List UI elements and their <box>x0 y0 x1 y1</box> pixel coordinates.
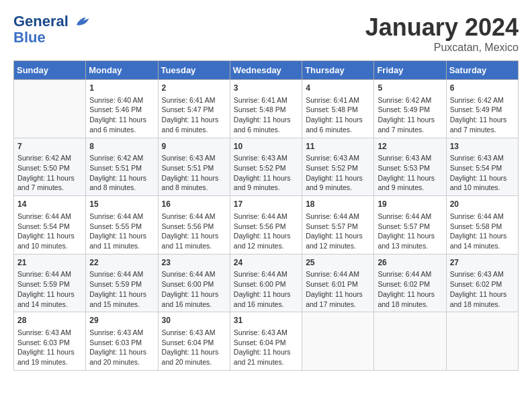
calendar-cell: 23Sunrise: 6:44 AMSunset: 6:00 PMDayligh… <box>158 254 230 312</box>
calendar-cell: 31Sunrise: 6:43 AMSunset: 6:04 PMDayligh… <box>230 312 302 371</box>
calendar-cell: 21Sunrise: 6:44 AMSunset: 5:59 PMDayligh… <box>14 254 86 312</box>
day-info: Sunrise: 6:44 AMSunset: 5:57 PMDaylight:… <box>306 212 370 251</box>
calendar-cell: 4Sunrise: 6:41 AMSunset: 5:48 PMDaylight… <box>302 80 374 138</box>
calendar-cell: 14Sunrise: 6:44 AMSunset: 5:54 PMDayligh… <box>14 196 86 255</box>
day-info: Sunrise: 6:42 AMSunset: 5:50 PMDaylight:… <box>17 153 82 193</box>
day-info: Sunrise: 6:43 AMSunset: 5:54 PMDaylight:… <box>450 153 515 193</box>
calendar-cell: 24Sunrise: 6:44 AMSunset: 6:00 PMDayligh… <box>230 254 302 312</box>
calendar-cell: 2Sunrise: 6:41 AMSunset: 5:47 PMDaylight… <box>158 80 230 138</box>
calendar-cell: 7Sunrise: 6:42 AMSunset: 5:50 PMDaylight… <box>14 138 86 196</box>
column-header-tuesday: Tuesday <box>158 61 230 80</box>
day-number: 27 <box>450 257 515 269</box>
day-info: Sunrise: 6:43 AMSunset: 5:51 PMDaylight:… <box>162 153 226 193</box>
day-info: Sunrise: 6:43 AMSunset: 5:52 PMDaylight:… <box>306 153 370 193</box>
day-number: 20 <box>450 199 515 210</box>
column-header-saturday: Saturday <box>446 61 518 80</box>
location: Puxcatan, Mexico <box>365 42 519 54</box>
day-info: Sunrise: 6:44 AMSunset: 5:59 PMDaylight:… <box>17 269 82 309</box>
day-number: 28 <box>17 315 82 326</box>
day-number: 7 <box>17 141 82 152</box>
day-number: 5 <box>378 83 442 94</box>
calendar-week-row: 28Sunrise: 6:43 AMSunset: 6:03 PMDayligh… <box>14 312 519 371</box>
calendar-cell: 8Sunrise: 6:42 AMSunset: 5:51 PMDaylight… <box>86 138 158 196</box>
day-info: Sunrise: 6:41 AMSunset: 5:47 PMDaylight:… <box>162 95 226 135</box>
calendar-cell: 18Sunrise: 6:44 AMSunset: 5:57 PMDayligh… <box>302 196 374 255</box>
day-info: Sunrise: 6:43 AMSunset: 6:04 PMDaylight:… <box>162 328 226 367</box>
day-number: 4 <box>306 83 370 94</box>
column-header-friday: Friday <box>374 61 446 80</box>
day-number: 10 <box>234 141 298 152</box>
day-info: Sunrise: 6:41 AMSunset: 5:48 PMDaylight:… <box>306 95 370 135</box>
calendar-week-row: 1Sunrise: 6:40 AMSunset: 5:46 PMDaylight… <box>14 80 519 138</box>
day-info: Sunrise: 6:44 AMSunset: 6:00 PMDaylight:… <box>234 269 298 309</box>
day-number: 29 <box>89 315 154 326</box>
day-number: 13 <box>450 141 515 152</box>
day-number: 18 <box>306 199 370 210</box>
day-number: 1 <box>89 83 154 94</box>
calendar-cell: 19Sunrise: 6:44 AMSunset: 5:57 PMDayligh… <box>374 196 446 255</box>
column-header-monday: Monday <box>86 61 158 80</box>
calendar-cell: 15Sunrise: 6:44 AMSunset: 5:55 PMDayligh… <box>86 196 158 255</box>
calendar-cell <box>446 312 518 371</box>
calendar-cell: 17Sunrise: 6:44 AMSunset: 5:56 PMDayligh… <box>230 196 302 255</box>
calendar-cell: 26Sunrise: 6:44 AMSunset: 6:02 PMDayligh… <box>374 254 446 312</box>
day-number: 14 <box>17 199 82 210</box>
page-header: General Blue January 2024 Puxcatan, Mexi… <box>13 13 519 54</box>
day-info: Sunrise: 6:41 AMSunset: 5:48 PMDaylight:… <box>234 95 298 135</box>
calendar-cell: 20Sunrise: 6:44 AMSunset: 5:58 PMDayligh… <box>446 196 518 255</box>
day-info: Sunrise: 6:42 AMSunset: 5:49 PMDaylight:… <box>450 95 515 135</box>
day-info: Sunrise: 6:44 AMSunset: 6:02 PMDaylight:… <box>378 269 442 309</box>
day-number: 19 <box>378 199 442 210</box>
day-info: Sunrise: 6:43 AMSunset: 5:53 PMDaylight:… <box>378 153 442 193</box>
day-number: 24 <box>234 257 298 269</box>
day-info: Sunrise: 6:43 AMSunset: 6:03 PMDaylight:… <box>17 328 82 367</box>
day-info: Sunrise: 6:43 AMSunset: 6:03 PMDaylight:… <box>89 328 154 367</box>
column-header-sunday: Sunday <box>14 61 86 80</box>
day-number: 15 <box>89 199 154 210</box>
day-info: Sunrise: 6:43 AMSunset: 6:02 PMDaylight:… <box>450 269 515 309</box>
day-number: 21 <box>17 257 82 269</box>
month-title: January 2024 <box>365 13 519 42</box>
day-info: Sunrise: 6:42 AMSunset: 5:49 PMDaylight:… <box>378 95 442 135</box>
day-info: Sunrise: 6:44 AMSunset: 5:56 PMDaylight:… <box>162 212 226 251</box>
calendar-cell: 25Sunrise: 6:44 AMSunset: 6:01 PMDayligh… <box>302 254 374 312</box>
day-info: Sunrise: 6:44 AMSunset: 5:59 PMDaylight:… <box>89 269 154 309</box>
calendar-week-row: 21Sunrise: 6:44 AMSunset: 5:59 PMDayligh… <box>14 254 519 312</box>
calendar-cell: 5Sunrise: 6:42 AMSunset: 5:49 PMDaylight… <box>374 80 446 138</box>
calendar-cell: 12Sunrise: 6:43 AMSunset: 5:53 PMDayligh… <box>374 138 446 196</box>
day-number: 17 <box>234 199 298 210</box>
calendar-cell: 30Sunrise: 6:43 AMSunset: 6:04 PMDayligh… <box>158 312 230 371</box>
day-number: 23 <box>162 257 226 269</box>
column-header-wednesday: Wednesday <box>230 61 302 80</box>
day-number: 6 <box>450 83 515 94</box>
day-number: 8 <box>89 141 154 152</box>
day-number: 30 <box>162 315 226 326</box>
calendar-cell: 11Sunrise: 6:43 AMSunset: 5:52 PMDayligh… <box>302 138 374 196</box>
day-number: 3 <box>234 83 298 94</box>
day-number: 12 <box>378 141 442 152</box>
logo: General Blue <box>13 13 90 45</box>
day-info: Sunrise: 6:43 AMSunset: 6:04 PMDaylight:… <box>234 328 298 367</box>
calendar-cell: 13Sunrise: 6:43 AMSunset: 5:54 PMDayligh… <box>446 138 518 196</box>
day-info: Sunrise: 6:44 AMSunset: 5:54 PMDaylight:… <box>17 212 82 251</box>
calendar-cell: 28Sunrise: 6:43 AMSunset: 6:03 PMDayligh… <box>14 312 86 371</box>
title-block: January 2024 Puxcatan, Mexico <box>365 13 519 54</box>
day-number: 9 <box>162 141 226 152</box>
day-number: 26 <box>378 257 442 269</box>
logo-text: General <box>13 13 90 30</box>
calendar-cell: 22Sunrise: 6:44 AMSunset: 5:59 PMDayligh… <box>86 254 158 312</box>
column-header-thursday: Thursday <box>302 61 374 80</box>
day-info: Sunrise: 6:40 AMSunset: 5:46 PMDaylight:… <box>89 95 154 135</box>
calendar-header-row: SundayMondayTuesdayWednesdayThursdayFrid… <box>14 61 519 80</box>
calendar-cell: 10Sunrise: 6:43 AMSunset: 5:52 PMDayligh… <box>230 138 302 196</box>
calendar-cell: 1Sunrise: 6:40 AMSunset: 5:46 PMDaylight… <box>86 80 158 138</box>
calendar-cell: 6Sunrise: 6:42 AMSunset: 5:49 PMDaylight… <box>446 80 518 138</box>
day-info: Sunrise: 6:44 AMSunset: 5:56 PMDaylight:… <box>234 212 298 251</box>
day-info: Sunrise: 6:44 AMSunset: 5:55 PMDaylight:… <box>89 212 154 251</box>
calendar-cell <box>14 80 86 138</box>
day-number: 16 <box>162 199 226 210</box>
day-info: Sunrise: 6:44 AMSunset: 6:01 PMDaylight:… <box>306 269 370 309</box>
day-info: Sunrise: 6:44 AMSunset: 5:58 PMDaylight:… <box>450 212 515 251</box>
logo-blue: Blue <box>13 30 90 45</box>
day-number: 25 <box>306 257 370 269</box>
